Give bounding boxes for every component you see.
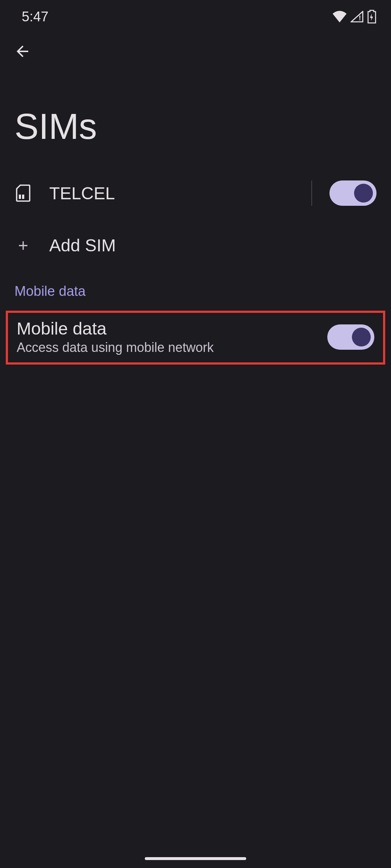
arrow-left-icon [14, 43, 31, 60]
sim-toggle[interactable] [329, 180, 377, 206]
sim-card-icon [14, 184, 32, 202]
status-time: 5:47 [22, 9, 49, 25]
divider [311, 180, 312, 206]
highlight-box: Mobile data Access data using mobile net… [6, 311, 385, 365]
svg-text:!: ! [359, 14, 361, 22]
section-header-mobile-data: Mobile data [0, 273, 391, 306]
signal-icon: ! [350, 11, 363, 22]
svg-rect-2 [22, 195, 24, 199]
svg-rect-1 [19, 195, 21, 199]
page-title: SIMs [0, 62, 391, 169]
mobile-data-toggle[interactable] [327, 324, 374, 350]
battery-icon [367, 10, 377, 24]
add-sim-button[interactable]: Add SIM [0, 217, 391, 273]
add-sim-label: Add SIM [49, 235, 116, 255]
status-bar: 5:47 ! [0, 0, 391, 29]
sim-row-telcel[interactable]: TELCEL [0, 169, 391, 217]
navigation-handle[interactable] [145, 857, 246, 860]
sim-carrier-label: TELCEL [49, 183, 294, 203]
plus-icon [14, 237, 32, 254]
back-button[interactable] [12, 41, 33, 62]
wifi-icon [332, 11, 347, 22]
status-icons: ! [332, 10, 377, 24]
mobile-data-title: Mobile data [17, 319, 316, 339]
mobile-data-subtitle: Access data using mobile network [17, 340, 316, 355]
mobile-data-row[interactable]: Mobile data Access data using mobile net… [8, 313, 383, 362]
